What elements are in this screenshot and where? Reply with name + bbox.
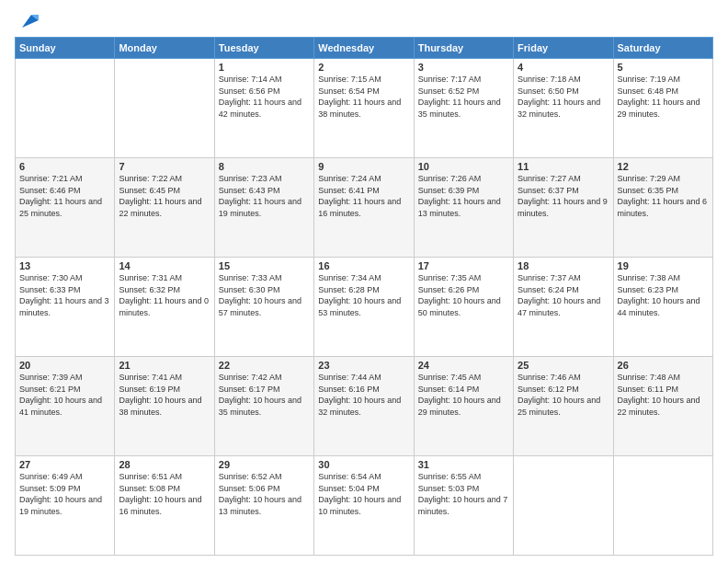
day-number: 31 [418, 459, 509, 470]
calendar-cell: 15Sunrise: 7:33 AM Sunset: 6:30 PM Dayli… [214, 258, 313, 357]
calendar-cell: 3Sunrise: 7:17 AM Sunset: 6:52 PM Daylig… [414, 59, 513, 158]
day-number: 2 [318, 62, 409, 73]
calendar-cell: 25Sunrise: 7:46 AM Sunset: 6:12 PM Dayli… [514, 357, 613, 456]
day-info: Sunrise: 6:51 AM Sunset: 5:08 PM Dayligh… [119, 471, 210, 517]
calendar-cell: 30Sunrise: 6:54 AM Sunset: 5:04 PM Dayli… [314, 456, 414, 556]
calendar-cell [514, 456, 613, 556]
day-info: Sunrise: 7:42 AM Sunset: 6:17 PM Dayligh… [219, 372, 310, 418]
day-info: Sunrise: 7:24 AM Sunset: 6:41 PM Dayligh… [318, 173, 409, 219]
calendar-cell: 22Sunrise: 7:42 AM Sunset: 6:17 PM Dayli… [214, 357, 313, 456]
day-number: 8 [219, 161, 310, 172]
calendar-cell: 18Sunrise: 7:37 AM Sunset: 6:24 PM Dayli… [514, 258, 613, 357]
day-info: Sunrise: 7:29 AM Sunset: 6:35 PM Dayligh… [618, 173, 709, 219]
calendar-cell [16, 59, 115, 158]
day-number: 13 [19, 260, 110, 271]
day-number: 22 [219, 360, 310, 371]
day-number: 15 [219, 260, 310, 271]
day-number: 20 [19, 360, 110, 371]
calendar-cell: 5Sunrise: 7:19 AM Sunset: 6:48 PM Daylig… [613, 59, 712, 158]
calendar-cell: 12Sunrise: 7:29 AM Sunset: 6:35 PM Dayli… [613, 158, 712, 258]
day-info: Sunrise: 7:21 AM Sunset: 6:46 PM Dayligh… [19, 173, 110, 219]
day-number: 28 [119, 459, 210, 470]
calendar-cell: 21Sunrise: 7:41 AM Sunset: 6:19 PM Dayli… [115, 357, 214, 456]
calendar-week-4: 20Sunrise: 7:39 AM Sunset: 6:21 PM Dayli… [16, 357, 713, 456]
calendar-cell: 29Sunrise: 6:52 AM Sunset: 5:06 PM Dayli… [214, 456, 313, 556]
calendar-cell: 31Sunrise: 6:55 AM Sunset: 5:03 PM Dayli… [414, 456, 513, 556]
day-info: Sunrise: 7:46 AM Sunset: 6:12 PM Dayligh… [518, 372, 609, 418]
day-number: 3 [418, 62, 509, 73]
day-number: 14 [119, 260, 210, 271]
day-info: Sunrise: 7:31 AM Sunset: 6:32 PM Dayligh… [119, 272, 210, 318]
day-number: 5 [618, 62, 709, 73]
day-info: Sunrise: 7:15 AM Sunset: 6:54 PM Dayligh… [318, 74, 409, 120]
day-number: 30 [318, 459, 409, 470]
calendar-cell: 7Sunrise: 7:22 AM Sunset: 6:45 PM Daylig… [115, 158, 214, 258]
calendar-week-1: 1Sunrise: 7:14 AM Sunset: 6:56 PM Daylig… [16, 59, 713, 158]
calendar-cell: 24Sunrise: 7:45 AM Sunset: 6:14 PM Dayli… [414, 357, 513, 456]
day-info: Sunrise: 6:52 AM Sunset: 5:06 PM Dayligh… [219, 471, 310, 517]
day-header-monday: Monday [115, 38, 214, 59]
day-number: 1 [219, 62, 310, 73]
day-number: 17 [418, 260, 509, 271]
calendar-cell: 11Sunrise: 7:27 AM Sunset: 6:37 PM Dayli… [514, 158, 613, 258]
day-info: Sunrise: 7:19 AM Sunset: 6:48 PM Dayligh… [618, 74, 709, 120]
day-header-sunday: Sunday [16, 38, 115, 59]
day-info: Sunrise: 7:38 AM Sunset: 6:23 PM Dayligh… [618, 272, 709, 318]
day-info: Sunrise: 7:30 AM Sunset: 6:33 PM Dayligh… [19, 272, 110, 318]
day-number: 11 [518, 161, 609, 172]
day-number: 10 [418, 161, 509, 172]
header-row: SundayMondayTuesdayWednesdayThursdayFrid… [16, 38, 713, 59]
calendar-cell: 14Sunrise: 7:31 AM Sunset: 6:32 PM Dayli… [115, 258, 214, 357]
day-info: Sunrise: 6:49 AM Sunset: 5:09 PM Dayligh… [19, 471, 110, 517]
day-number: 4 [518, 62, 609, 73]
calendar-cell: 10Sunrise: 7:26 AM Sunset: 6:39 PM Dayli… [414, 158, 513, 258]
calendar-cell: 8Sunrise: 7:23 AM Sunset: 6:43 PM Daylig… [214, 158, 313, 258]
day-number: 18 [518, 260, 609, 271]
calendar-week-3: 13Sunrise: 7:30 AM Sunset: 6:33 PM Dayli… [16, 258, 713, 357]
day-number: 6 [19, 161, 110, 172]
day-info: Sunrise: 7:33 AM Sunset: 6:30 PM Dayligh… [219, 272, 310, 318]
calendar-cell: 17Sunrise: 7:35 AM Sunset: 6:26 PM Dayli… [414, 258, 513, 357]
calendar-cell: 23Sunrise: 7:44 AM Sunset: 6:16 PM Dayli… [314, 357, 414, 456]
calendar-cell: 2Sunrise: 7:15 AM Sunset: 6:54 PM Daylig… [314, 59, 414, 158]
day-number: 16 [318, 260, 409, 271]
day-info: Sunrise: 7:22 AM Sunset: 6:45 PM Dayligh… [119, 173, 210, 219]
day-number: 27 [19, 459, 110, 470]
day-number: 21 [119, 360, 210, 371]
calendar-cell: 1Sunrise: 7:14 AM Sunset: 6:56 PM Daylig… [214, 59, 313, 158]
day-number: 23 [318, 360, 409, 371]
day-info: Sunrise: 7:37 AM Sunset: 6:24 PM Dayligh… [518, 272, 609, 318]
logo-icon [18, 11, 39, 31]
day-info: Sunrise: 7:39 AM Sunset: 6:21 PM Dayligh… [19, 372, 110, 418]
day-number: 7 [119, 161, 210, 172]
calendar-cell [115, 59, 214, 158]
header [15, 11, 713, 31]
day-number: 29 [219, 459, 310, 470]
day-info: Sunrise: 7:26 AM Sunset: 6:39 PM Dayligh… [418, 173, 509, 219]
day-header-tuesday: Tuesday [214, 38, 313, 59]
page: SundayMondayTuesdayWednesdayThursdayFrid… [0, 0, 728, 563]
calendar-cell: 20Sunrise: 7:39 AM Sunset: 6:21 PM Dayli… [16, 357, 115, 456]
day-info: Sunrise: 7:34 AM Sunset: 6:28 PM Dayligh… [318, 272, 409, 318]
day-number: 25 [518, 360, 609, 371]
day-number: 9 [318, 161, 409, 172]
day-header-wednesday: Wednesday [314, 38, 414, 59]
calendar-body: 1Sunrise: 7:14 AM Sunset: 6:56 PM Daylig… [16, 59, 713, 556]
day-info: Sunrise: 7:17 AM Sunset: 6:52 PM Dayligh… [418, 74, 509, 120]
calendar-cell: 16Sunrise: 7:34 AM Sunset: 6:28 PM Dayli… [314, 258, 414, 357]
day-header-friday: Friday [514, 38, 613, 59]
day-info: Sunrise: 7:14 AM Sunset: 6:56 PM Dayligh… [219, 74, 310, 120]
day-info: Sunrise: 6:55 AM Sunset: 5:03 PM Dayligh… [418, 471, 509, 517]
day-number: 24 [418, 360, 509, 371]
day-info: Sunrise: 7:45 AM Sunset: 6:14 PM Dayligh… [418, 372, 509, 418]
day-header-saturday: Saturday [613, 38, 712, 59]
calendar-table: SundayMondayTuesdayWednesdayThursdayFrid… [15, 37, 713, 556]
calendar-week-2: 6Sunrise: 7:21 AM Sunset: 6:46 PM Daylig… [16, 158, 713, 258]
calendar-cell: 4Sunrise: 7:18 AM Sunset: 6:50 PM Daylig… [514, 59, 613, 158]
day-info: Sunrise: 7:18 AM Sunset: 6:50 PM Dayligh… [518, 74, 609, 120]
calendar-cell: 19Sunrise: 7:38 AM Sunset: 6:23 PM Dayli… [613, 258, 712, 357]
day-info: Sunrise: 7:27 AM Sunset: 6:37 PM Dayligh… [518, 173, 609, 219]
day-info: Sunrise: 7:48 AM Sunset: 6:11 PM Dayligh… [618, 372, 709, 418]
day-info: Sunrise: 7:23 AM Sunset: 6:43 PM Dayligh… [219, 173, 310, 219]
day-number: 19 [618, 260, 709, 271]
